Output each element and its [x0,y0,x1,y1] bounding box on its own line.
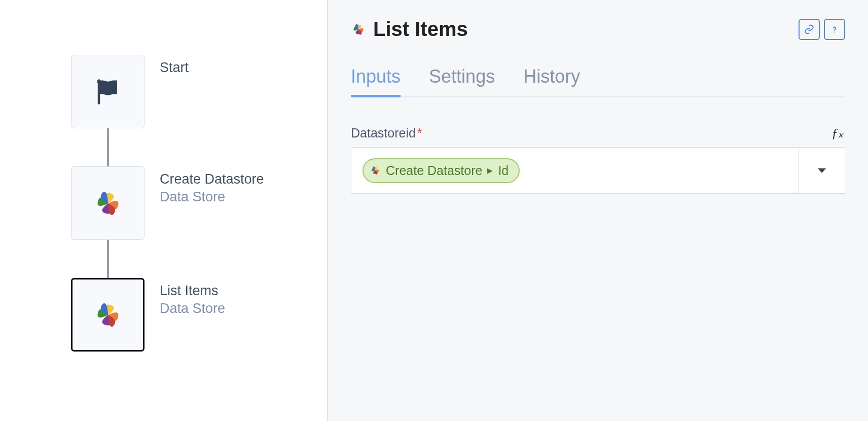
node-box-selected[interactable] [71,278,144,352]
panel-title: List Items [373,18,468,41]
tab-history[interactable]: History [523,66,580,96]
pinwheel-icon [351,22,366,37]
panel-header: List Items [351,18,845,41]
help-button[interactable] [824,19,845,40]
connector [107,240,108,278]
node-title: Create Datastore [160,170,264,188]
required-marker: * [417,126,422,140]
node-title: List Items [160,282,225,300]
link-icon [804,24,814,34]
svg-point-1 [834,31,835,32]
field-label: Datastoreid* [351,126,422,141]
node-labels: Create Datastore Data Store [160,166,264,205]
node-labels: Start [160,55,189,77]
svg-point-0 [97,80,100,83]
input-row: Create Datastore ▶ Id [351,147,845,194]
panel-title-wrap: List Items [351,18,468,41]
link-button[interactable] [799,19,820,40]
chevron-down-icon [818,168,826,173]
tabs: Inputs Settings History [351,66,845,97]
chevron-right-icon: ▶ [487,166,493,174]
flow-node-list-items[interactable]: List Items Data Store [71,278,225,352]
fx-button[interactable]: ƒₓ [831,125,843,141]
flag-icon [93,78,123,106]
connector [107,128,108,166]
tab-settings[interactable]: Settings [429,66,495,96]
node-labels: List Items Data Store [160,278,225,317]
pinwheel-icon [370,165,381,176]
field-datastoreid: Datastoreid* ƒₓ Create Datastore ▶ Id [351,125,845,194]
chip-field: Id [498,163,509,178]
flow-node-start[interactable]: Start [71,55,189,128]
node-subtitle: Data Store [160,301,225,317]
node-subtitle: Data Store [160,189,264,205]
pinwheel-icon [92,299,124,331]
flow-canvas[interactable]: Start Create Datastore Data Store List I… [0,0,327,421]
datastoreid-input[interactable]: Create Datastore ▶ Id [351,147,799,194]
details-panel: List Items Inputs Settings History [327,0,868,421]
flow-node-create-datastore[interactable]: Create Datastore Data Store [71,166,264,240]
dropdown-button[interactable] [799,147,845,194]
reference-chip[interactable]: Create Datastore ▶ Id [363,158,520,183]
node-box[interactable] [71,55,144,128]
chip-source: Create Datastore [386,163,482,178]
question-icon [830,25,839,34]
node-box[interactable] [71,166,144,240]
header-actions [799,19,845,40]
field-label-text: Datastoreid [351,126,416,140]
node-title: Start [160,59,189,77]
pinwheel-icon [92,187,124,220]
tab-inputs[interactable]: Inputs [351,66,401,96]
